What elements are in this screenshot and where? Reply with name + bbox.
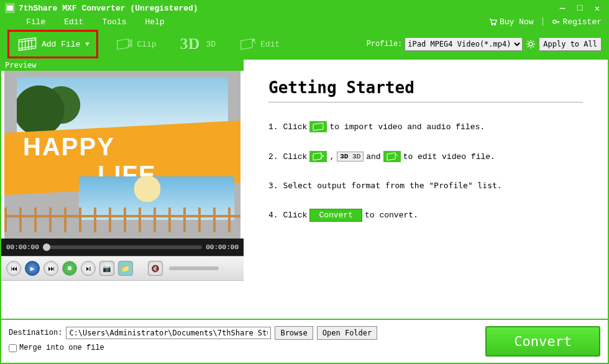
svg-point-6	[529, 42, 533, 46]
dropdown-icon: ▼	[85, 41, 89, 48]
svg-point-1	[492, 24, 493, 25]
timeline: 00:00:00 00:00:00	[1, 239, 244, 256]
svg-point-4	[130, 40, 132, 42]
menubar: File Edit Tools Help Buy Now Register	[1, 15, 608, 29]
gs-step-2: 2. Click , 3D 3D and to edit video file.	[268, 151, 583, 162]
titlebar: 7thShare MXF Converter (Unregistered) — …	[1, 1, 608, 15]
film-icon	[17, 37, 38, 52]
browse-button[interactable]: Browse	[275, 326, 313, 340]
destination-label: Destination:	[9, 329, 62, 337]
toolbar: Add File ▼ Clip 3D 3D Edit Profile: iPad…	[1, 29, 608, 60]
convert-button[interactable]: Convert	[485, 326, 600, 357]
svg-point-2	[495, 24, 496, 25]
preview-text-happy: HAPPY	[23, 133, 115, 161]
cart-icon	[488, 17, 497, 26]
menu-tools[interactable]: Tools	[102, 17, 126, 27]
3d-label: 3D	[206, 40, 216, 49]
menu-help[interactable]: Help	[145, 17, 164, 27]
getting-started-panel: Getting Started 1. Click to import video…	[244, 60, 608, 319]
preview-image: HAPPY LIFE	[4, 71, 240, 239]
mute-button[interactable]: 🔇	[148, 261, 163, 276]
mini-film-icon	[309, 121, 327, 132]
apply-to-all-button[interactable]: Apply to All	[539, 37, 602, 51]
time-start: 00:00:00	[6, 243, 39, 251]
close-button[interactable]: ✕	[590, 3, 604, 13]
mini-3d-icon: 3D 3D	[337, 152, 364, 162]
bottom-bar: Destination: Browse Open Folder Merge in…	[1, 319, 608, 363]
stop-button[interactable]: ■	[62, 261, 77, 276]
player-controls: ⏮ ▶ ⏭ ■ ⏯ 📷 📁 🔇	[1, 256, 244, 281]
merge-label: Merge into one file	[19, 344, 104, 352]
destination-input[interactable]	[66, 327, 271, 339]
edit-label: Edit	[260, 40, 280, 49]
gs-step-3: 3. Select output format from the "Profil…	[268, 181, 583, 190]
time-end: 00:00:00	[206, 243, 239, 251]
open-folder-button[interactable]: Open Folder	[317, 326, 377, 340]
edit-button[interactable]: Edit	[233, 33, 286, 55]
svg-point-3	[552, 20, 556, 23]
gs-step-4: 4. Click Convert to convert.	[268, 209, 583, 222]
profile-label: Profile:	[367, 40, 403, 48]
wand-icon	[239, 37, 257, 52]
seek-slider[interactable]	[43, 245, 202, 249]
getting-started-title: Getting Started	[268, 78, 583, 102]
volume-slider[interactable]	[169, 266, 219, 270]
separator	[543, 17, 543, 26]
mini-clip-icon	[309, 151, 327, 162]
settings-icon[interactable]	[525, 39, 536, 50]
folder-button[interactable]: 📁	[118, 261, 133, 276]
key-icon	[552, 17, 561, 26]
scissors-icon	[116, 37, 133, 52]
preview-column: Preview HAPPY LIFE 00:00:00 00:00:00 ⏮ ▶…	[1, 60, 244, 319]
maximize-button[interactable]: □	[573, 3, 587, 13]
gs-step-1: 1. Click to import video and audio files…	[268, 121, 583, 132]
mini-edit-icon	[383, 151, 401, 162]
main-area: Preview HAPPY LIFE 00:00:00 00:00:00 ⏮ ▶…	[1, 60, 608, 319]
app-icon	[5, 3, 15, 13]
menu-edit[interactable]: Edit	[64, 17, 83, 27]
register-label: Register	[563, 17, 602, 27]
preview-label: Preview	[1, 60, 244, 71]
3d-button[interactable]: 3D 3D	[174, 31, 222, 57]
prev-button[interactable]: ⏮	[6, 261, 21, 276]
play-button[interactable]: ▶	[25, 261, 40, 276]
next-button[interactable]: ⏭	[44, 261, 58, 276]
minimize-button[interactable]: —	[556, 3, 569, 13]
menu-file[interactable]: File	[26, 17, 45, 27]
window-title: 7thShare MXF Converter (Unregistered)	[19, 4, 198, 13]
add-file-button[interactable]: Add File ▼	[7, 30, 98, 58]
merge-checkbox[interactable]	[9, 344, 17, 352]
snapshot-button[interactable]: 📷	[99, 261, 114, 276]
app-window: 7thShare MXF Converter (Unregistered) — …	[0, 0, 609, 364]
buy-now-label: Buy Now	[500, 17, 534, 27]
3d-icon: 3D	[180, 35, 200, 53]
clip-label: Clip	[137, 40, 156, 49]
add-file-label: Add File	[42, 40, 80, 49]
step-button[interactable]: ⏯	[81, 261, 96, 276]
clip-button[interactable]: Clip	[109, 33, 162, 55]
mini-convert-button: Convert	[309, 209, 362, 222]
buy-now-link[interactable]: Buy Now	[488, 17, 534, 27]
profile-select[interactable]: iPad MPEG4 Video(*.mp4)	[405, 37, 523, 51]
svg-point-5	[130, 45, 132, 47]
register-link[interactable]: Register	[552, 17, 602, 27]
